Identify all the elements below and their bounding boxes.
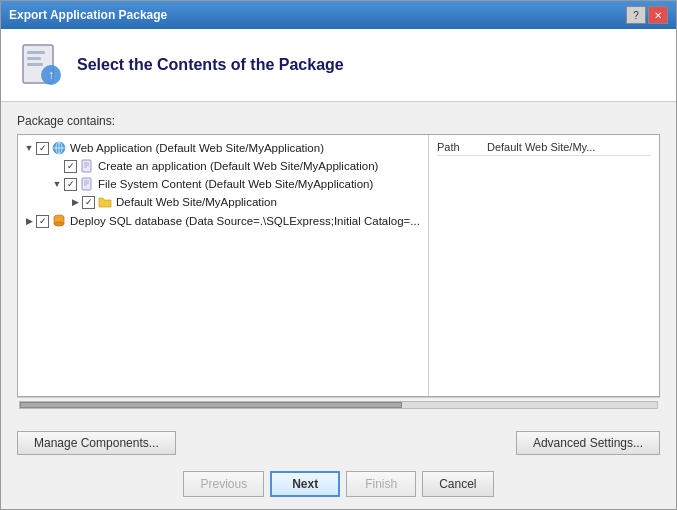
file-icon (79, 176, 95, 192)
database-icon (51, 213, 67, 229)
export-application-window: Export Application Package ? ✕ ↑ Select … (0, 0, 677, 510)
header-section: ↑ Select the Contents of the Package (1, 29, 676, 102)
cancel-button[interactable]: Cancel (422, 471, 493, 497)
detail-col-path-header: Path (437, 141, 487, 153)
tree-panel[interactable]: ▼ Web Application (Default Web Site/MyAp… (18, 135, 429, 396)
svg-rect-10 (82, 160, 91, 172)
tree-item-create-app[interactable]: · Create an application (Default Web Sit… (18, 157, 428, 175)
scrollbar-thumb[interactable] (20, 402, 402, 408)
bottom-action-buttons: Manage Components... Advanced Settings..… (1, 423, 676, 463)
tree-item-default-web-site[interactable]: ▶ Default Web Site/MyApplication (18, 193, 428, 211)
content-section: Package contains: ▼ Web Application (Def… (1, 102, 676, 423)
finish-button[interactable]: Finish (346, 471, 416, 497)
svg-rect-1 (27, 51, 45, 54)
checkbox-default-web-site[interactable] (82, 196, 95, 209)
expander-create-app: · (50, 159, 64, 173)
footer-nav: Previous Next Finish Cancel (1, 463, 676, 509)
window-title: Export Application Package (9, 8, 167, 22)
checkbox-file-system[interactable] (64, 178, 77, 191)
title-bar-buttons: ? ✕ (626, 6, 668, 24)
page-icon (79, 158, 95, 174)
tree-item-text-create-app: Create an application (Default Web Site/… (98, 160, 378, 172)
tree-item-text-web-app: Web Application (Default Web Site/MyAppl… (70, 142, 324, 154)
checkbox-create-app[interactable] (64, 160, 77, 173)
header-icon: ↑ (17, 41, 65, 89)
svg-rect-14 (82, 178, 91, 190)
previous-button[interactable]: Previous (183, 471, 264, 497)
advanced-settings-button[interactable]: Advanced Settings... (516, 431, 660, 455)
svg-text:↑: ↑ (48, 68, 54, 82)
expander-web-app[interactable]: ▼ (22, 141, 36, 155)
tree-item-text-file-system: File System Content (Default Web Site/My… (98, 178, 373, 190)
title-bar: Export Application Package ? ✕ (1, 1, 676, 29)
header-title: Select the Contents of the Package (77, 56, 344, 74)
checkbox-web-app[interactable] (36, 142, 49, 155)
expander-file-system[interactable]: ▼ (50, 177, 64, 191)
checkbox-deploy-sql[interactable] (36, 215, 49, 228)
next-button[interactable]: Next (270, 471, 340, 497)
detail-col-val-header: Default Web Site/My... (487, 141, 651, 153)
detail-header: Path Default Web Site/My... (437, 139, 651, 156)
svg-rect-3 (27, 63, 43, 66)
tree-panel-container: ▼ Web Application (Default Web Site/MyAp… (17, 134, 660, 397)
tree-item-text-deploy-sql: Deploy SQL database (Data Source=.\SQLEx… (70, 215, 420, 227)
expander-default-web-site[interactable]: ▶ (68, 195, 82, 209)
scrollbar-track[interactable] (19, 401, 658, 409)
tree-item-deploy-sql[interactable]: ▶ Deploy SQL database (Data Source=.\SQL… (18, 211, 428, 230)
folder-icon (97, 194, 113, 210)
close-button[interactable]: ✕ (648, 6, 668, 24)
svg-rect-2 (27, 57, 41, 60)
tree-item-text-default-web-site: Default Web Site/MyApplication (116, 196, 277, 208)
expander-deploy-sql[interactable]: ▶ (22, 214, 36, 228)
globe-icon (51, 140, 67, 156)
package-label: Package contains: (17, 114, 660, 128)
svg-point-20 (54, 222, 64, 226)
tree-item-file-system[interactable]: ▼ File System Content (Default Web Site/… (18, 175, 428, 193)
help-button[interactable]: ? (626, 6, 646, 24)
tree-item-web-app[interactable]: ▼ Web Application (Default Web Site/MyAp… (18, 139, 428, 157)
detail-panel: Path Default Web Site/My... (429, 135, 659, 396)
manage-components-button[interactable]: Manage Components... (17, 431, 176, 455)
horizontal-scrollbar[interactable] (17, 397, 660, 411)
